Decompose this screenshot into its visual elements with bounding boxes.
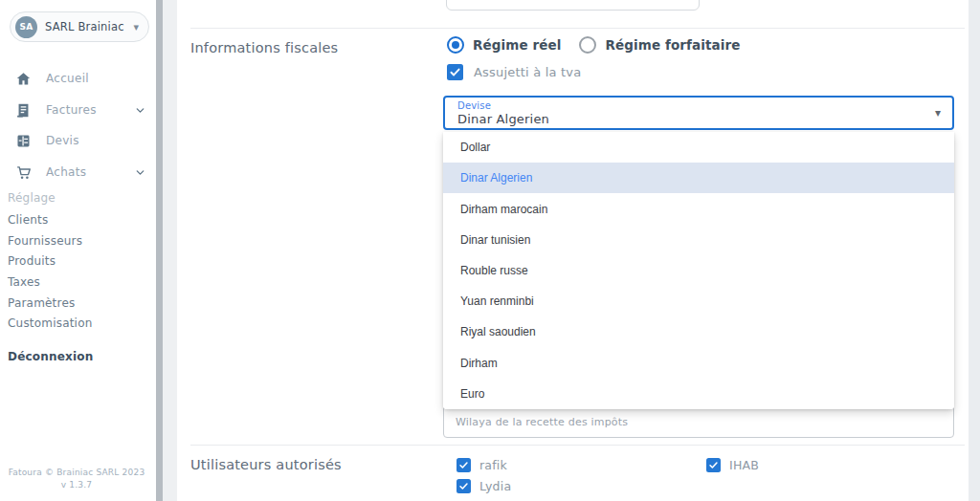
app-version-footer: Fatoura © Brainiac SARL 2023 v 1.3.7	[0, 467, 153, 491]
sidebar-item-taxes[interactable]: Taxes	[8, 275, 151, 291]
sidebar-item-produits[interactable]: Produits	[8, 254, 151, 270]
sidebar-scrollbar-track	[163, 0, 177, 501]
sidebar-item-fournisseurs[interactable]: Fournisseurs	[8, 234, 151, 250]
page-scrollbar[interactable]	[969, 0, 980, 501]
checkbox-checked-icon[interactable]	[457, 458, 471, 472]
regime-radio-group: Régime réel Régime forfaitaire	[447, 36, 740, 54]
fiscal-section-label: Informations fiscales	[190, 40, 338, 55]
sidebar-item-factures[interactable]: Factures	[0, 100, 153, 120]
radio-regime-forfaitaire[interactable]: Régime forfaitaire	[579, 36, 740, 54]
sidebar: SA SARL Brainiac ▾ Accueil Factures Devi…	[0, 0, 153, 501]
chevron-down-icon: ▾	[133, 21, 139, 33]
user-checkbox-lydia[interactable]: Lydia	[457, 479, 511, 493]
sidebar-item-label: Factures	[46, 103, 97, 117]
currency-select-label: Devise	[457, 100, 491, 111]
calculator-icon	[15, 133, 32, 149]
dropdown-arrow-icon[interactable]: ▾	[935, 106, 941, 120]
option-riyal-saoudien[interactable]: Riyal saoudien	[443, 316, 954, 347]
main-content: Informations fiscales Régime réel Régime…	[177, 0, 969, 501]
sidebar-item-accueil[interactable]: Accueil	[0, 69, 153, 88]
company-selector[interactable]: SA SARL Brainiac ▾	[10, 11, 149, 42]
sidebar-item-label: Devis	[46, 134, 79, 147]
chevron-down-icon	[134, 166, 146, 179]
radio-selected-icon[interactable]	[447, 36, 464, 54]
sidebar-item-deconnexion[interactable]: Déconnexion	[8, 350, 151, 365]
user-checkbox-ihab[interactable]: IHAB	[706, 458, 759, 472]
currency-select-value: Dinar Algerien	[457, 112, 549, 126]
option-euro[interactable]: Euro	[443, 379, 954, 409]
wilaya-input[interactable]	[443, 405, 954, 438]
checkbox-checked-icon[interactable]	[447, 64, 463, 80]
sidebar-scrollbar-thumb[interactable]	[156, 0, 163, 501]
vat-checkbox-row[interactable]: Assujetti à la tva	[447, 64, 581, 80]
chevron-down-icon	[134, 104, 146, 117]
footer-version: v 1.3.7	[0, 479, 153, 491]
sidebar-item-customisation[interactable]: Customisation	[8, 316, 151, 332]
previous-field-partial[interactable]	[446, 0, 700, 11]
option-dirham[interactable]: Dirham	[443, 348, 954, 379]
cart-icon	[15, 164, 32, 181]
option-yuan-renminbi[interactable]: Yuan renminbi	[443, 286, 954, 316]
user-checkbox-rafik[interactable]: rafik	[457, 458, 507, 472]
user-checkbox-label: Lydia	[479, 479, 511, 493]
invoice-icon	[15, 102, 32, 119]
footer-copyright: Fatoura © Brainiac SARL 2023	[0, 467, 153, 479]
option-rouble-russe[interactable]: Rouble russe	[443, 255, 954, 286]
currency-select[interactable]: Devise Dinar Algerien ▾	[443, 96, 954, 130]
section-divider	[190, 28, 965, 29]
radio-unselected-icon[interactable]	[579, 36, 596, 54]
radio-regime-reel[interactable]: Régime réel	[447, 36, 561, 54]
option-dirham-marocain[interactable]: Dirham marocain	[443, 193, 954, 224]
sidebar-item-achats[interactable]: Achats	[0, 163, 153, 182]
vat-checkbox-label: Assujetti à la tva	[474, 65, 581, 79]
option-dollar[interactable]: Dollar	[443, 132, 954, 163]
sidebar-item-label: Achats	[46, 165, 86, 179]
option-dinar-tunisien[interactable]: Dinar tunisien	[443, 225, 954, 255]
checkbox-checked-icon[interactable]	[706, 458, 721, 472]
users-section-label: Utilisateurs autorisés	[190, 457, 342, 472]
user-checkbox-label: IHAB	[729, 458, 759, 472]
checkbox-checked-icon[interactable]	[457, 479, 471, 493]
radio-label: Régime réel	[473, 37, 561, 53]
section-divider	[190, 445, 965, 446]
company-name: SARL Brainiac	[45, 20, 129, 33]
currency-dropdown-menu: Dollar Dinar Algerien Dirham marocain Di…	[443, 132, 954, 409]
user-checkbox-label: rafik	[479, 458, 507, 472]
radio-label: Régime forfaitaire	[605, 37, 740, 53]
company-avatar: SA	[15, 16, 37, 38]
sidebar-item-reglage[interactable]: Réglage	[8, 191, 151, 207]
sidebar-item-parametres[interactable]: Paramètres	[8, 296, 151, 312]
sidebar-item-clients[interactable]: Clients	[8, 213, 151, 229]
sidebar-item-devis[interactable]: Devis	[0, 131, 153, 150]
home-icon	[15, 71, 32, 87]
option-dinar-algerien[interactable]: Dinar Algerien	[443, 163, 954, 193]
sidebar-item-label: Accueil	[46, 72, 89, 85]
